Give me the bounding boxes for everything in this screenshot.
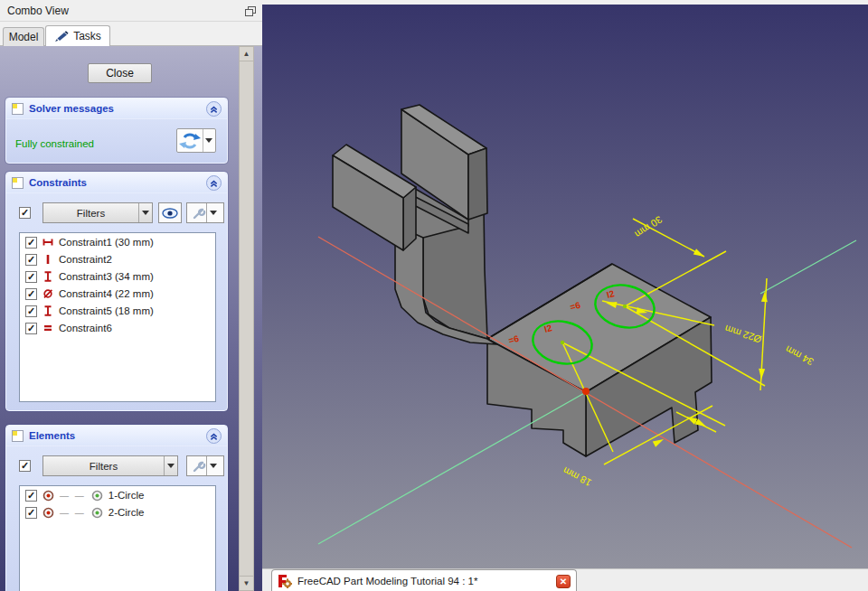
collapse-solver-button[interactable]: [206, 101, 222, 117]
tab-tasks-label: Tasks: [73, 30, 101, 42]
freecad-window: Combo View Model Tasks Close: [0, 0, 868, 591]
elements-title: Elements: [29, 430, 201, 441]
chevron-up-icon: [209, 104, 219, 114]
scroll-up-arrow[interactable]: ▲: [240, 47, 253, 61]
constraints-master-checkbox[interactable]: ✓: [19, 207, 31, 219]
circle-center-point[interactable]: [623, 305, 627, 308]
constraint-label: Constraint3 (34 mm): [59, 271, 154, 282]
dropdown-arrow-icon: [138, 203, 152, 222]
main-area: 30 mmØ22 mm34 mm18 mm=6I2=6I2 FreeCAD Pa…: [262, 0, 868, 591]
constraints-filters-dropdown[interactable]: Filters: [42, 202, 153, 223]
solver-status: Fully constrained: [15, 138, 94, 149]
solver-messages-header[interactable]: Solver messages: [6, 98, 227, 119]
back-prong-right-face[interactable]: [468, 148, 487, 220]
refresh-dropdown[interactable]: [203, 129, 214, 152]
chevron-up-icon: [209, 431, 219, 441]
element-label: 2-Circle: [108, 507, 145, 518]
tab-tasks[interactable]: Tasks: [45, 25, 110, 46]
element-label: 1-Circle: [108, 490, 145, 501]
elements-header[interactable]: Elements: [6, 426, 227, 446]
dropdown-arrow-icon: [164, 456, 177, 475]
panel-title: Combo View: [7, 5, 69, 17]
eye-icon: [162, 207, 178, 220]
constraints-filter-row: ✓ Filters: [6, 202, 227, 224]
combo-view-titlebar[interactable]: Combo View: [0, 0, 262, 22]
refresh-icon: [177, 131, 203, 151]
settings-dropdown-arrow[interactable]: [206, 203, 219, 222]
vertical-distance-icon: [42, 271, 53, 282]
element-checkbox[interactable]: ✓: [25, 507, 37, 519]
constraint-checkbox[interactable]: ✓: [25, 288, 37, 300]
circle-center-point[interactable]: [561, 341, 564, 344]
constraint-row[interactable]: ✓Constraint3 (34 mm): [20, 267, 215, 285]
constraint-checkbox[interactable]: ✓: [25, 254, 37, 266]
constraint-label: Constraint5 (18 mm): [59, 305, 154, 316]
constraint-row[interactable]: ✓Constraint6: [20, 319, 215, 336]
constraint-checkbox[interactable]: ✓: [25, 237, 37, 249]
elements-filters-dropdown[interactable]: Filters: [42, 455, 178, 476]
sketch-origin-point[interactable]: [582, 388, 590, 395]
constraint-row[interactable]: ✓Constraint5 (18 mm): [20, 302, 215, 319]
close-button[interactable]: Close: [88, 63, 152, 83]
equal-icon: [42, 323, 53, 333]
elements-section: Elements ✓ Filters: [5, 425, 228, 591]
chevron-up-icon: [209, 178, 219, 188]
freecad-logo-icon: [278, 574, 292, 588]
scroll-down-arrow[interactable]: ▼: [240, 576, 253, 590]
element-row[interactable]: ✓ — — 2-Circle: [20, 503, 215, 521]
note-icon: [12, 177, 24, 189]
constraints-list: ✓Constraint1 (30 mm)✓Constraint2✓Constra…: [19, 232, 216, 402]
solver-messages-title: Solver messages: [29, 103, 201, 114]
document-tab[interactable]: FreeCAD Part Modeling Tutorial 94 : 1* ✕: [271, 569, 577, 591]
constraint-label: Constraint4 (22 mm): [59, 288, 154, 299]
constraint-label: Constraint6: [59, 323, 112, 333]
wrench-icon: [192, 206, 206, 220]
tree-branch: — —: [60, 508, 86, 518]
elements-master-checkbox[interactable]: ✓: [19, 460, 31, 472]
wrench-icon: [192, 459, 206, 474]
document-tab-label: FreeCAD Part Modeling Tutorial 94 : 1*: [297, 576, 551, 586]
collapse-elements-button[interactable]: [206, 428, 222, 444]
elements-list: ✓ — — 1-Circle✓ — — 2-Circle: [19, 485, 216, 591]
vertical-line-icon: [42, 254, 53, 265]
panel-scrollbar[interactable]: ▲ ▼: [239, 46, 254, 591]
element-row[interactable]: ✓ — — 1-Circle: [20, 486, 215, 503]
panel-tab-bar: Model Tasks: [0, 23, 262, 46]
vertical-distance-icon: [42, 305, 53, 316]
elements-settings-button[interactable]: [186, 455, 224, 476]
constraint-label: Constraint1 (30 mm): [59, 237, 154, 248]
constraints-settings-button[interactable]: [186, 202, 224, 223]
tab-model[interactable]: Model: [3, 27, 44, 46]
settings-dropdown-arrow[interactable]: [206, 456, 219, 475]
element-checkbox[interactable]: ✓: [25, 490, 37, 502]
constraint-checkbox[interactable]: ✓: [25, 323, 37, 334]
refresh-button[interactable]: [176, 128, 216, 153]
constraint-checkbox[interactable]: ✓: [25, 305, 37, 317]
note-icon: [12, 103, 24, 115]
show-hide-constraints-button[interactable]: [158, 202, 182, 223]
circle-vertex-icon: [91, 490, 103, 502]
diameter-icon: [42, 288, 53, 299]
tree-branch: — —: [60, 491, 86, 501]
filters-label: Filters: [43, 461, 164, 472]
viewport-background[interactable]: [262, 5, 868, 568]
filters-label: Filters: [43, 208, 138, 219]
constraints-section: Constraints ✓ Filters: [5, 172, 228, 411]
constraint-label: Constraint2: [59, 254, 112, 265]
combo-view-panel: Combo View Model Tasks Close: [0, 0, 262, 591]
constraint-row[interactable]: ✓Constraint4 (22 mm): [20, 285, 215, 302]
constraint-row[interactable]: ✓Constraint2: [20, 250, 215, 267]
circle-vertex-icon: [91, 507, 103, 519]
constraints-header[interactable]: Constraints: [6, 173, 227, 193]
tasks-panel-body: Close Solver messages Fully constrained: [0, 46, 262, 591]
circle-edge-icon: [42, 507, 54, 519]
float-panel-icon[interactable]: [245, 6, 255, 15]
constraint-checkbox[interactable]: ✓: [25, 271, 37, 283]
document-tab-close-button[interactable]: ✕: [556, 575, 571, 588]
collapse-constraints-button[interactable]: [206, 175, 222, 191]
elements-filter-row: ✓ Filters: [6, 455, 227, 477]
3d-viewport[interactable]: 30 mmØ22 mm34 mm18 mm=6I2=6I2: [262, 5, 868, 568]
note-icon: [12, 430, 24, 442]
constraint-row[interactable]: ✓Constraint1 (30 mm): [20, 233, 215, 250]
pencil-icon: [54, 30, 69, 42]
